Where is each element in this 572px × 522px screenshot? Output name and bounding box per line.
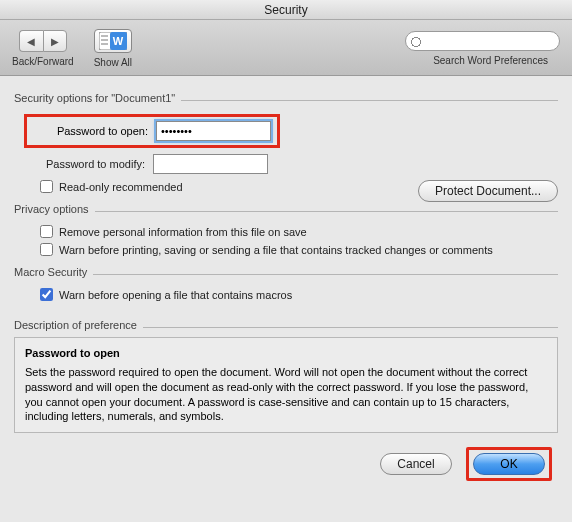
readonly-label: Read-only recommended [59,181,183,193]
remove-personal-label: Remove personal information from this fi… [59,226,307,238]
show-all-button[interactable]: W [94,29,132,53]
forward-button[interactable]: ▶ [43,30,67,52]
macro-security-group: Macro Security Warn before opening a fil… [14,266,558,301]
description-group: Description of preference Password to op… [14,319,558,433]
security-group-label: Security options for "Document1" [14,92,175,104]
description-body: Sets the password required to open the d… [25,366,528,423]
svg-text:W: W [113,35,124,47]
warn-print-label: Warn before printing, saving or sending … [59,244,493,256]
toolbar: ◀ ▶ Back/Forward W Show All Search Word … [0,20,572,76]
privacy-group-label: Privacy options [14,203,89,215]
divider [95,211,558,212]
privacy-options-group: Privacy options Remove personal informat… [14,203,558,256]
readonly-checkbox[interactable] [40,180,53,193]
description-box: Password to open Sets the password requi… [14,337,558,433]
ok-button[interactable]: OK [473,453,545,475]
show-all-label: Show All [94,57,132,68]
description-title: Password to open [25,346,547,361]
password-open-input[interactable] [156,121,271,141]
back-forward-group: ◀ ▶ Back/Forward [12,30,74,67]
dialog-buttons: Cancel OK [14,447,558,481]
svg-rect-5 [101,43,108,45]
password-modify-input[interactable] [153,154,268,174]
remove-personal-checkbox[interactable] [40,225,53,238]
back-button[interactable]: ◀ [19,30,43,52]
security-options-group: Security options for "Document1" Passwor… [14,92,558,193]
warn-print-checkbox[interactable] [40,243,53,256]
password-open-highlight: Password to open: [24,114,280,148]
description-group-label: Description of preference [14,319,137,331]
divider [181,100,558,101]
search-input[interactable] [405,31,560,51]
cancel-button[interactable]: Cancel [380,453,452,475]
password-modify-label: Password to modify: [30,158,145,170]
password-open-label: Password to open: [33,125,148,137]
divider [93,274,558,275]
warn-macro-label: Warn before opening a file that contains… [59,289,292,301]
warn-macro-checkbox[interactable] [40,288,53,301]
ok-highlight: OK [466,447,552,481]
divider [143,327,558,328]
svg-rect-3 [101,35,108,37]
svg-rect-4 [101,39,108,41]
back-forward-label: Back/Forward [12,56,74,67]
search-label: Search Word Preferences [433,55,548,66]
macro-group-label: Macro Security [14,266,87,278]
window-title: Security [0,0,572,20]
word-icon: W [99,32,127,50]
search-group: Search Word Preferences [405,31,560,66]
protect-document-button[interactable]: Protect Document... [418,180,558,202]
show-all-group: W Show All [94,29,132,68]
